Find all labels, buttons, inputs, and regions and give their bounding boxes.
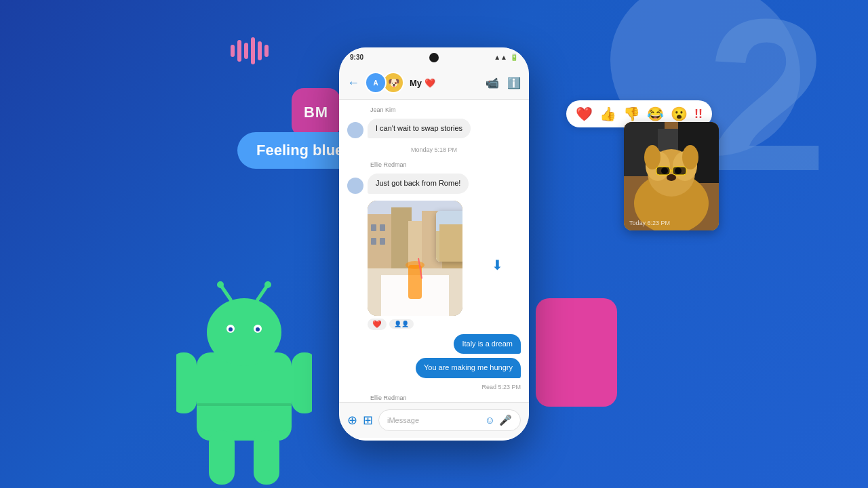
download-icon[interactable]: ⬇ xyxy=(492,257,503,273)
reaction-heart[interactable]: ❤️ xyxy=(368,319,387,330)
date-divider: Monday 5:18 PM xyxy=(347,146,521,153)
imessage-input[interactable]: iMessage ☺ 🎤 xyxy=(378,409,521,431)
add-icon[interactable]: ⊕ xyxy=(347,413,357,428)
battery-icon: 🔋 xyxy=(510,54,518,61)
svg-rect-38 xyxy=(371,224,376,231)
back-button[interactable]: ← xyxy=(347,76,359,90)
image-reactions: ❤️ 👤👤 xyxy=(368,319,521,330)
emoji-laugh[interactable]: 😂 xyxy=(647,106,664,122)
svg-rect-41 xyxy=(380,238,385,245)
phone-status-bar: 9:30 ▲▲ 🔋 xyxy=(339,47,529,66)
svg-point-27 xyxy=(667,174,676,181)
svg-rect-29 xyxy=(673,167,686,175)
mic-icon[interactable]: 🎤 xyxy=(499,414,512,426)
svg-point-45 xyxy=(406,261,425,269)
svg-point-4 xyxy=(229,327,233,331)
bubble-ellie-1: Just got back from Rome! xyxy=(368,174,469,193)
compose-icons: ⊕ ⊞ xyxy=(347,413,373,428)
dog-card-timestamp: Today 6:23 PM xyxy=(629,220,670,226)
wifi-icon: ▲▲ xyxy=(494,54,507,61)
svg-rect-11 xyxy=(292,352,312,413)
message-row-hungry: You are making me hungry xyxy=(347,358,521,378)
svg-rect-39 xyxy=(380,224,385,231)
svg-point-9 xyxy=(264,281,271,288)
image-message-container: ⬇ ❤️ 👤👤 xyxy=(368,201,521,330)
svg-rect-49 xyxy=(439,224,462,262)
avatar-jean xyxy=(347,122,363,138)
bubble-italy: Italy is a dream xyxy=(454,334,521,354)
bg-blob-pink xyxy=(536,298,617,407)
message-row-italy: Italy is a dream xyxy=(347,334,521,354)
sender-name-jean: Jean Kim xyxy=(370,106,521,113)
bm-badge: BM xyxy=(292,88,340,137)
chat-area: Jean Kim I can't wait to swap stories Mo… xyxy=(339,100,529,402)
emoji-heart[interactable]: ❤️ xyxy=(576,106,593,122)
status-right-icons: ▲▲ 🔋 xyxy=(494,54,518,61)
dog-card-inner: Today 6:23 PM xyxy=(624,122,719,230)
avatar-ellie xyxy=(347,178,363,194)
svg-rect-40 xyxy=(371,238,376,245)
avatar-a: A xyxy=(365,72,387,94)
header-actions: 📹 ℹ️ xyxy=(486,77,521,89)
overlapping-image xyxy=(436,211,462,262)
svg-rect-13 xyxy=(254,430,279,485)
apps-icon[interactable]: ⊞ xyxy=(363,413,373,428)
svg-point-23 xyxy=(644,145,660,169)
sound-waves-icon xyxy=(231,37,269,64)
phone-container: 9:30 ▲▲ 🔋 ← A 🐶 My ❤️ 📹 ℹ️ xyxy=(339,47,529,441)
camera-notch xyxy=(429,53,439,62)
emoji-wow[interactable]: 😮 xyxy=(671,106,688,122)
message-row-ellie-1: Just got back from Rome! xyxy=(347,174,521,193)
dog-photo-card: Today 6:23 PM xyxy=(624,122,719,230)
status-time: 9:30 xyxy=(350,54,363,61)
emoji-thumbs-up[interactable]: 👍 xyxy=(599,106,616,122)
chat-image xyxy=(368,201,462,316)
chat-header: ← A 🐶 My ❤️ 📹 ℹ️ xyxy=(339,66,529,100)
compose-right-icons: ☺ 🎤 xyxy=(485,414,512,426)
sender-name-ellie-2: Ellie Redman xyxy=(370,394,521,401)
bg-number-2: 2 xyxy=(707,0,827,203)
svg-rect-12 xyxy=(209,430,235,485)
read-receipt: Read 5:23 PM xyxy=(347,384,521,390)
message-row-jean: I can't wait to swap stories xyxy=(347,119,521,138)
svg-point-8 xyxy=(217,281,224,288)
android-mascot xyxy=(176,271,312,488)
reaction-people[interactable]: 👤👤 xyxy=(389,319,414,329)
chat-title: My ❤️ xyxy=(410,78,480,88)
svg-rect-14 xyxy=(197,403,292,406)
bubble-hungry: You are making me hungry xyxy=(416,358,521,378)
header-avatars: A 🐶 xyxy=(365,72,404,94)
svg-point-1 xyxy=(207,298,281,366)
video-call-icon[interactable]: 📹 xyxy=(486,77,499,89)
emoji-exclamation[interactable]: !! xyxy=(694,107,703,121)
info-icon[interactable]: ℹ️ xyxy=(507,77,521,89)
sender-name-ellie-1: Ellie Redman xyxy=(370,161,521,168)
imessage-placeholder: iMessage xyxy=(387,416,419,424)
home-indicator xyxy=(339,438,529,441)
svg-point-24 xyxy=(682,145,698,169)
svg-point-5 xyxy=(256,327,260,331)
phone-mockup: 9:30 ▲▲ 🔋 ← A 🐶 My ❤️ 📹 ℹ️ xyxy=(339,47,529,441)
emoji-thumbs-down[interactable]: 👎 xyxy=(623,106,640,122)
bubble-jean: I can't wait to swap stories xyxy=(368,119,471,138)
emoji-picker-icon[interactable]: ☺ xyxy=(485,414,495,426)
svg-rect-28 xyxy=(656,167,670,175)
message-composer: ⊕ ⊞ iMessage ☺ 🎤 xyxy=(339,402,529,438)
svg-rect-10 xyxy=(176,352,197,413)
